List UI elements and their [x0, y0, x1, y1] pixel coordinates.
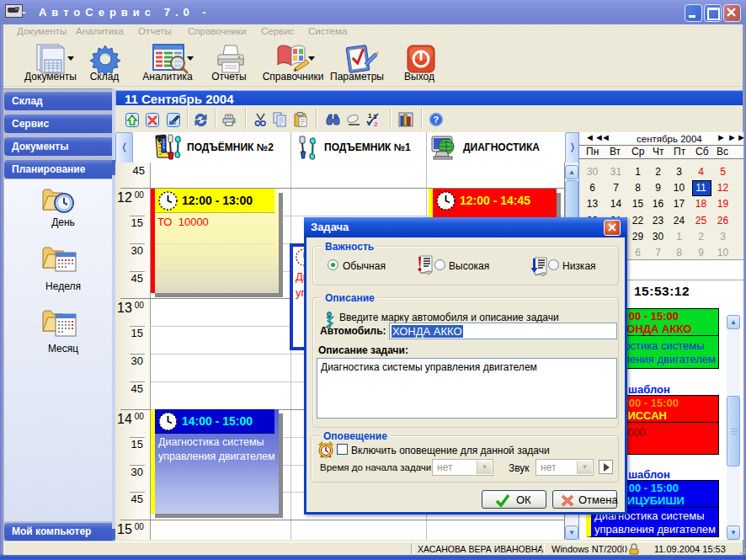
svg-text:?: ? [434, 115, 440, 125]
svg-text:1: 1 [368, 112, 372, 120]
svg-text:2: 2 [374, 120, 378, 127]
